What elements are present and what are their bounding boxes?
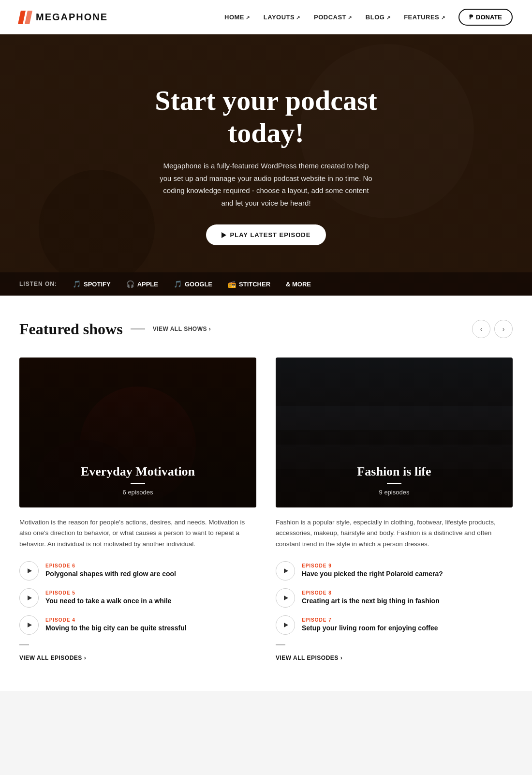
card-divider-1 [19,644,29,645]
show-episodes-2: 9 episodes [287,489,501,496]
show-name-2: Fashion is life [287,464,501,479]
navigation: MEGAPHONE HOME LAYOUTS PODCAST BLOG FEAT… [0,0,532,34]
listen-label: LISTEN ON: [19,281,57,287]
hero-description: Megaphone is a fully-featured WordPress … [160,160,372,209]
platform-spotify[interactable]: 🎵 SPOTIFY [73,280,111,288]
apple-label: APPLE [137,281,158,288]
show-divider-1 [131,483,145,484]
ep-play-icon-2-9 [284,568,288,573]
featured-header: Featured shows VIEW ALL SHOWS › ‹ › [19,320,513,338]
ep-play-btn-2-8[interactable] [276,588,295,608]
ep-title-1-4: Moving to the big city can be quite stre… [45,624,256,632]
play-label: PLAY LATEST EPISODE [230,231,311,238]
episode-item-2-9: EPISODE 9 Have you picked the right Pola… [276,561,513,581]
ep-info-2-7: EPISODE 7 Setup your living room for enj… [302,617,513,632]
show-image-1: Everyday Motivation 6 episodes [19,358,256,507]
ep-info-2-8: EPISODE 8 Creating art is the next big t… [302,590,513,605]
episode-item-2-8: EPISODE 8 Creating art is the next big t… [276,588,513,608]
more-label: & MORE [286,281,311,288]
ep-play-btn-1-4[interactable] [19,615,39,635]
ep-play-icon-1-5 [28,596,32,600]
logo-text: MEGAPHONE [36,12,108,23]
donate-button[interactable]: ₱ DONATE [458,9,513,26]
listen-bar: LISTEN ON: 🎵 SPOTIFY 🎧 APPLE 🎵 GOOGLE 📻 … [0,272,532,296]
ep-info-2-9: EPISODE 9 Have you picked the right Pola… [302,563,513,578]
ep-play-btn-1-5[interactable] [19,588,39,608]
show-desc-2: Fashion is a popular style, especially i… [276,517,513,550]
ep-number-1-6: EPISODE 6 [45,563,256,568]
ep-play-btn-2-7[interactable] [276,615,295,635]
ep-title-1-5: You need to take a walk once in a while [45,596,256,605]
nav-features[interactable]: FEATURES [404,14,445,21]
ep-title-2-7: Setup your living room for enjoying coff… [302,624,513,632]
hero-section: Start your podcast today! Megaphone is a… [0,34,532,296]
show-desc-1: Motivation is the reason for people's ac… [19,517,256,550]
hero-title: Start your podcast today! [121,85,411,149]
google-label: GOOGLE [185,281,212,288]
ep-number-2-9: EPISODE 9 [302,563,513,568]
episode-list-2: EPISODE 9 Have you picked the right Pola… [276,561,513,635]
google-icon: 🎵 [174,280,182,288]
nav-layouts[interactable]: LAYOUTS [264,14,300,21]
next-arrow[interactable]: › [494,320,513,338]
featured-title-area: Featured shows VIEW ALL SHOWS › [19,320,211,338]
logo[interactable]: MEGAPHONE [19,11,108,24]
view-episodes-link-1[interactable]: VIEW ALL EPISODES › [19,655,86,661]
card-divider-2 [276,644,285,645]
donate-label: DONATE [476,14,502,21]
episode-list-1: EPISODE 6 Polygonal shapes with red glow… [19,561,256,635]
show-info-1: Everyday Motivation 6 episodes [31,464,245,496]
view-episodes-link-2[interactable]: VIEW ALL EPISODES › [276,655,342,661]
ep-play-icon-1-6 [28,568,32,573]
play-icon [222,232,226,238]
ep-info-1-6: EPISODE 6 Polygonal shapes with red glow… [45,563,256,578]
platform-google[interactable]: 🎵 GOOGLE [174,280,212,288]
featured-title: Featured shows [19,320,123,338]
ep-number-1-4: EPISODE 4 [45,617,256,623]
spotify-icon: 🎵 [73,280,81,288]
ep-number-2-7: EPISODE 7 [302,617,513,623]
ep-title-1-6: Polygonal shapes with red glow are cool [45,569,256,578]
ep-info-1-4: EPISODE 4 Moving to the big city can be … [45,617,256,632]
nav-links: HOME LAYOUTS PODCAST BLOG FEATURES ₱ DON… [224,9,513,26]
ep-number-2-8: EPISODE 8 [302,590,513,596]
show-episodes-1: 6 episodes [31,489,245,496]
stitcher-icon: 📻 [228,280,236,288]
spotify-label: SPOTIFY [84,281,111,288]
ep-play-icon-2-8 [284,596,288,600]
carousel-arrows: ‹ › [472,320,513,338]
ep-title-2-9: Have you picked the right Polaroid camer… [302,569,513,578]
nav-podcast[interactable]: PODCAST [314,14,352,21]
apple-icon: 🎧 [126,280,134,288]
featured-divider [131,328,145,329]
stitcher-label: STITCHER [239,281,270,288]
ep-play-icon-1-4 [28,623,32,627]
donate-icon: ₱ [469,14,473,21]
ep-title-2-8: Creating art is the next big thing in fa… [302,596,513,605]
episode-item-1-4: EPISODE 4 Moving to the big city can be … [19,615,256,635]
shows-grid: Everyday Motivation 6 episodes Motivatio… [19,358,513,662]
view-all-shows-link[interactable]: VIEW ALL SHOWS › [153,326,211,332]
nav-home[interactable]: HOME [224,14,250,21]
logo-icon [19,11,31,24]
featured-section: Featured shows VIEW ALL SHOWS › ‹ › Ever… [0,296,532,691]
episode-item-1-6: EPISODE 6 Polygonal shapes with red glow… [19,561,256,581]
nav-blog[interactable]: BLOG [366,14,390,21]
play-latest-button[interactable]: PLAY LATEST EPISODE [206,224,326,245]
ep-play-icon-2-7 [284,623,288,627]
show-divider-2 [387,483,401,484]
show-card-2: Fashion is life 9 episodes Fashion is a … [276,358,513,662]
logo-slash-2 [25,11,32,24]
show-info-2: Fashion is life 9 episodes [287,464,501,496]
prev-arrow[interactable]: ‹ [472,320,490,338]
platform-more[interactable]: & MORE [286,281,311,288]
ep-play-btn-1-6[interactable] [19,561,39,581]
ep-info-1-5: EPISODE 5 You need to take a walk once i… [45,590,256,605]
show-image-2: Fashion is life 9 episodes [276,358,513,507]
ep-play-btn-2-9[interactable] [276,561,295,581]
platform-apple[interactable]: 🎧 APPLE [126,280,158,288]
logo-slash-1 [18,11,26,24]
show-card-1: Everyday Motivation 6 episodes Motivatio… [19,358,256,662]
ep-number-1-5: EPISODE 5 [45,590,256,596]
platform-stitcher[interactable]: 📻 STITCHER [228,280,270,288]
